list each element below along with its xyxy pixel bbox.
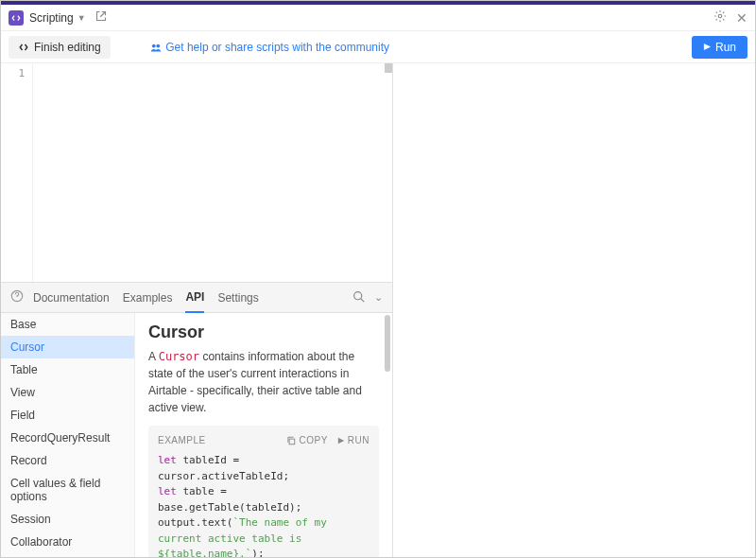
example-label: EXAMPLE [158,433,277,447]
run-button[interactable]: Run [692,36,747,59]
code-line: let tableId = cursor.activeTableId; [158,453,369,484]
close-icon[interactable]: ✕ [736,10,747,26]
output-pane [393,63,755,557]
sidebar-item-recordqueryresult[interactable]: RecordQueryResult [1,427,134,449]
code-line: output.text(`The name of my current acti… [158,515,369,557]
main-area: 1 Documentation Examples API Settings ⌄ … [1,63,755,557]
left-pane: 1 Documentation Examples API Settings ⌄ … [1,63,393,557]
example-code-block: EXAMPLE COPY RUN let tableId = cursor.ac… [148,426,379,557]
tab-examples[interactable]: Examples [123,284,173,312]
sidebar-item-collaborator[interactable]: Collaborator [1,531,134,553]
svg-point-2 [157,44,161,47]
app-header: Scripting ▼ ✕ [1,5,755,31]
tab-documentation[interactable]: Documentation [33,284,110,312]
sidebar-item-base[interactable]: Base [1,313,134,336]
copy-example-button[interactable]: COPY [286,433,327,447]
scrollbar-thumb[interactable] [385,315,390,372]
finish-editing-label: Finish editing [34,41,101,54]
tab-settings[interactable]: Settings [217,284,258,312]
popout-icon[interactable] [95,10,107,25]
sidebar-item-input[interactable]: Input [1,553,134,557]
sidebar-item-cellvalues[interactable]: Cell values & field options [1,472,134,508]
example-header: EXAMPLE COPY RUN [158,433,369,447]
sidebar-item-view[interactable]: View [1,381,134,404]
tab-api[interactable]: API [185,283,204,313]
sidebar-item-field[interactable]: Field [1,404,134,427]
doc-description: A Cursor contains information about the … [148,348,379,416]
doc-heading: Cursor [148,323,379,342]
svg-rect-5 [290,439,296,445]
code-area[interactable] [33,63,392,282]
scripting-app-icon [9,10,24,26]
help-circle-icon[interactable] [10,289,24,305]
community-help-link[interactable]: Get help or share scripts with the commu… [150,41,389,54]
svg-point-1 [152,44,156,47]
search-icon[interactable] [352,290,365,305]
app-dropdown-caret[interactable]: ▼ [77,13,86,23]
doc-tabs: Documentation Examples API Settings ⌄ [1,283,392,313]
chevron-down-icon[interactable]: ⌄ [374,291,383,304]
code-line: let table = base.getTable(tableId); [158,484,369,515]
toolbar: Finish editing Get help or share scripts… [1,31,755,63]
doc-body: Base Cursor Table View Field RecordQuery… [1,313,392,557]
sidebar-item-table[interactable]: Table [1,358,134,381]
editor-gutter: 1 [1,63,33,282]
code-editor[interactable]: 1 [1,63,392,283]
settings-gear-icon[interactable] [713,9,727,26]
svg-point-4 [354,291,362,299]
run-example-button[interactable]: RUN [337,433,369,447]
app-title: Scripting [29,11,74,25]
line-number: 1 [1,67,25,79]
api-sidebar: Base Cursor Table View Field RecordQuery… [1,313,135,557]
community-help-label: Get help or share scripts with the commu… [165,41,389,54]
sidebar-item-session[interactable]: Session [1,508,134,531]
run-label: Run [715,41,736,54]
doc-content: Cursor A Cursor contains information abo… [135,313,392,557]
inline-code: Cursor [159,350,199,363]
sidebar-item-cursor[interactable]: Cursor [1,336,134,358]
sidebar-item-record[interactable]: Record [1,449,134,472]
finish-editing-button[interactable]: Finish editing [9,36,111,59]
svg-point-0 [718,14,722,18]
